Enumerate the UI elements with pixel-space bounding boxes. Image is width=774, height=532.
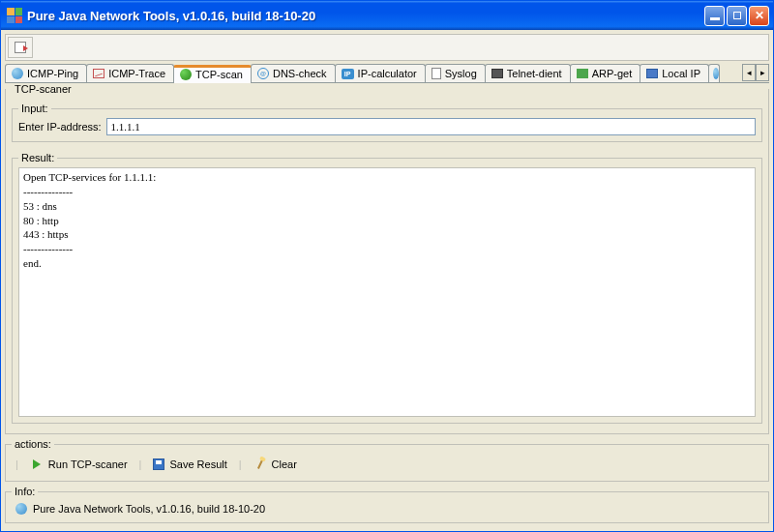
tab-arp-get[interactable]: ARP-get: [570, 64, 641, 82]
minimize-button[interactable]: [704, 6, 725, 26]
clear-button[interactable]: Clear: [248, 456, 303, 473]
ip-icon: IP: [342, 69, 354, 79]
globe-icon: [15, 503, 27, 515]
save-icon: [153, 458, 164, 470]
tabbar: ICMP-PingICMP-TraceTCP-scan@DNS-checkIPI…: [5, 64, 769, 83]
info-fieldset: Info: Pure Java Network Tools, v1.0.16, …: [5, 486, 769, 523]
panel-legend: TCP-scaner: [12, 83, 74, 95]
save-button[interactable]: Save Result: [147, 457, 232, 472]
ip-address-input[interactable]: [106, 118, 756, 135]
info-text: Pure Java Network Tools, v1.0.16, build …: [33, 503, 265, 515]
exit-button[interactable]: [8, 37, 33, 58]
result-output[interactable]: Open TCP-services for 1.1.1.1: ---------…: [18, 167, 756, 417]
page-icon: [432, 68, 441, 79]
tab-icmp-ping[interactable]: ICMP-Ping: [5, 64, 87, 82]
window-title: Pure Java Network Tools, v1.0.16, build …: [27, 9, 704, 23]
exit-icon: [15, 42, 26, 53]
app-icon: [7, 8, 22, 23]
tab-scroll: ◂▸: [742, 64, 769, 81]
titlebar[interactable]: Pure Java Network Tools, v1.0.16, build …: [1, 1, 773, 30]
actions-fieldset: actions: | Run TCP-scaner | Save Result …: [5, 438, 769, 482]
globe-icon: [713, 68, 719, 79]
green-icon: [180, 69, 192, 80]
play-icon: [30, 458, 44, 471]
input-label: Enter IP-address:: [18, 121, 102, 133]
result-fieldset: Result: Open TCP-services for 1.1.1.1: -…: [12, 152, 762, 424]
telnet-icon: [491, 69, 503, 78]
dns-icon: @: [257, 68, 269, 79]
brush-icon: [253, 458, 267, 471]
input-legend: Input:: [18, 103, 51, 114]
tab-local-ip[interactable]: Local IP: [640, 64, 709, 82]
tab-dns-check[interactable]: @DNS-check: [251, 64, 336, 82]
globe-icon: [12, 68, 23, 79]
tab-icmp-trace[interactable]: ICMP-Trace: [86, 64, 174, 82]
info-legend: Info:: [12, 486, 38, 497]
run-button[interactable]: Run TCP-scaner: [24, 456, 134, 473]
tab-scroll-right[interactable]: ▸: [756, 64, 769, 81]
close-button[interactable]: ✕: [749, 6, 769, 26]
trace-icon: [93, 69, 104, 78]
tab-ip-calculator[interactable]: IPIP-calculator: [335, 64, 426, 82]
input-fieldset: Input: Enter IP-address:: [12, 103, 762, 142]
tab-scroll-left[interactable]: ◂: [742, 64, 756, 81]
result-legend: Result:: [18, 152, 57, 163]
maximize-button[interactable]: [727, 6, 747, 26]
tcp-scanner-panel: TCP-scaner Input: Enter IP-address: Resu…: [5, 83, 769, 434]
arp-icon: [577, 69, 588, 78]
tab-telnet-dient[interactable]: Telnet-dient: [485, 64, 571, 82]
lip-icon: [646, 69, 658, 78]
tab-syslog[interactable]: Syslog: [425, 64, 486, 82]
toolbar: [5, 34, 769, 61]
actions-legend: actions:: [12, 438, 54, 450]
tab-tcp-scan[interactable]: TCP-scan: [173, 65, 252, 83]
tab-overflow[interactable]: [708, 64, 720, 82]
